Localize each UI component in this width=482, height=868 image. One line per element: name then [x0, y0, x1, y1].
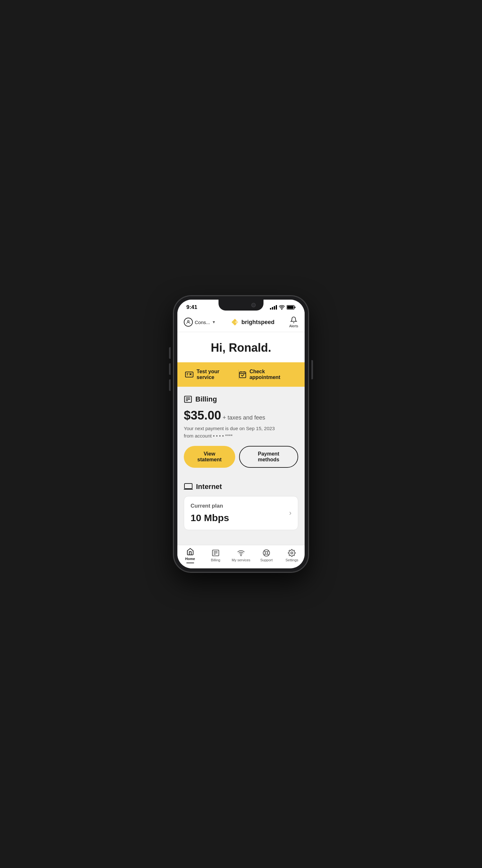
svg-point-28	[265, 552, 268, 554]
svg-line-30	[267, 554, 269, 555]
billing-section: Billing $35.00 + taxes and fees Your nex…	[178, 389, 304, 474]
calendar-check-icon	[239, 371, 247, 378]
current-plan-card[interactable]: Current plan 10 Mbps ›	[184, 496, 298, 530]
test-service-button[interactable]: Test your service	[185, 369, 238, 380]
home-icon	[186, 548, 194, 556]
svg-point-3	[187, 320, 189, 322]
internet-title: Internet	[196, 483, 222, 491]
nav-item-home[interactable]: Home	[178, 548, 203, 563]
battery-icon	[287, 305, 296, 310]
nav-item-support[interactable]: Support	[254, 549, 279, 562]
brightspeed-logo-icon	[230, 318, 239, 327]
notch	[219, 300, 263, 311]
nav-support-label: Support	[260, 558, 273, 562]
plan-chevron-icon: ›	[289, 509, 291, 517]
account-label: Cons...	[195, 319, 210, 325]
logo-text: brightspeed	[241, 319, 275, 326]
svg-line-29	[264, 551, 265, 552]
internet-header: Internet	[184, 483, 298, 491]
account-avatar-icon	[184, 318, 193, 327]
signal-icon	[270, 305, 277, 310]
test-service-label: Test your service	[197, 369, 238, 380]
svg-point-26	[241, 555, 241, 556]
nav-my-services-label: My services	[232, 558, 250, 562]
plan-label: Current plan	[191, 503, 229, 509]
billing-due-text: Your next payment is due on Sep 15, 2023…	[184, 425, 298, 439]
camera	[251, 303, 256, 307]
status-icons	[270, 305, 296, 310]
greeting-text: Hi, Ronald.	[184, 341, 298, 354]
nav-active-indicator	[186, 563, 194, 563]
svg-rect-12	[239, 372, 246, 378]
svg-rect-2	[287, 306, 294, 309]
billing-header: Billing	[184, 395, 298, 403]
check-appointment-label: Check appointment	[249, 369, 297, 380]
billing-amount-row: $35.00 + taxes and fees	[184, 409, 298, 423]
wifi-icon	[279, 305, 285, 310]
billing-amount: $35.00	[184, 409, 221, 422]
chevron-down-icon: ▼	[212, 320, 216, 324]
account-selector[interactable]: Cons... ▼	[184, 318, 216, 327]
svg-rect-7	[185, 372, 193, 377]
svg-rect-20	[185, 484, 192, 489]
test-service-icon	[185, 371, 193, 378]
svg-point-33	[291, 552, 293, 554]
support-icon	[262, 549, 270, 557]
billing-title: Billing	[195, 395, 217, 403]
nav-billing-label: Billing	[211, 558, 220, 562]
bell-icon	[290, 316, 297, 323]
logo: brightspeed	[230, 318, 275, 327]
view-statement-button[interactable]: View statement	[184, 446, 235, 468]
billing-taxes: + taxes and fees	[223, 414, 265, 421]
laptop-icon	[184, 483, 193, 491]
billing-nav-icon	[212, 549, 220, 557]
wifi-nav-icon	[237, 549, 245, 557]
settings-icon	[288, 549, 296, 557]
yellow-banner: Test your service Check appointment	[178, 362, 304, 387]
svg-line-32	[264, 554, 265, 555]
nav-item-settings[interactable]: Settings	[279, 549, 304, 562]
alerts-label: Alerts	[289, 324, 298, 328]
nav-settings-label: Settings	[286, 558, 298, 562]
greeting-section: Hi, Ronald.	[178, 332, 304, 362]
phone-screen: 9:41	[178, 300, 304, 568]
internet-section: Internet Current plan 10 Mbps ›	[178, 476, 304, 536]
app-header: Cons... ▼ brightspeed Alerts	[178, 313, 304, 332]
svg-line-31	[267, 551, 269, 552]
alerts-button[interactable]: Alerts	[289, 316, 298, 328]
status-time: 9:41	[186, 304, 197, 311]
payment-methods-button[interactable]: Payment methods	[239, 446, 298, 468]
nav-item-billing[interactable]: Billing	[203, 549, 228, 562]
plan-speed: 10 Mbps	[191, 513, 229, 523]
nav-home-label: Home	[185, 557, 195, 561]
billing-buttons: View statement Payment methods	[184, 446, 298, 468]
scroll-content: Hi, Ronald. Test your service	[178, 332, 304, 545]
billing-icon	[184, 395, 192, 403]
phone-frame: 9:41	[173, 296, 309, 572]
nav-item-my-services[interactable]: My services	[228, 549, 254, 562]
check-appointment-button[interactable]: Check appointment	[239, 369, 297, 380]
svg-rect-1	[295, 307, 296, 308]
bottom-nav: Home Billing My servi	[178, 545, 304, 568]
plan-card-content: Current plan 10 Mbps	[191, 503, 229, 523]
